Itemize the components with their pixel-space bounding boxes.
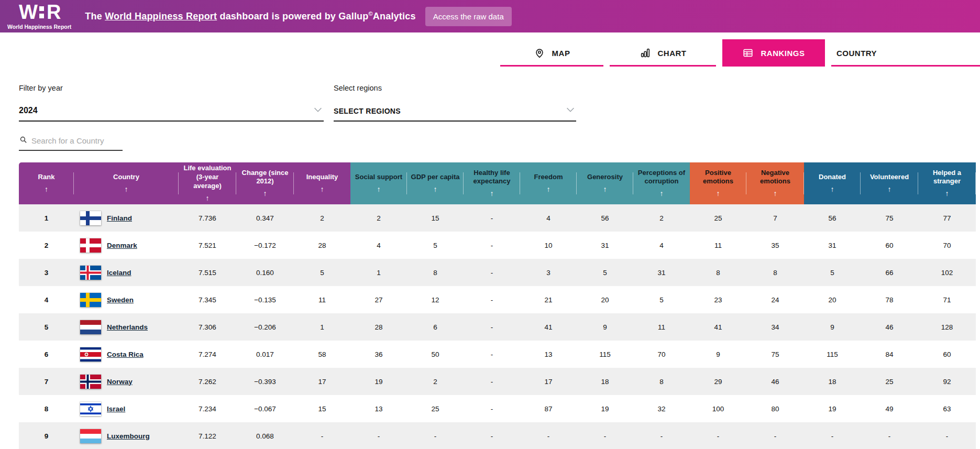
sort-arrow-up-icon: ↑ (297, 184, 347, 194)
nav-tabs: MAPCHARTRANKINGSCOUNTRY (0, 39, 980, 67)
value-cell: 7.736 (179, 204, 236, 232)
value-cell: 1 (350, 259, 407, 286)
country-link[interactable]: Sweden (107, 296, 134, 304)
tab-country[interactable]: COUNTRY (831, 39, 980, 67)
value-cell: 2 (407, 368, 464, 395)
value-cell: 66 (861, 259, 918, 286)
col-header-rank[interactable]: Rank↑ (19, 162, 74, 204)
country-cell: Sweden (74, 286, 179, 313)
value-cell: 11 (633, 313, 690, 341)
value-cell: 19 (804, 395, 861, 422)
value-cell: 12 (407, 286, 464, 313)
value-cell: 10 (520, 232, 577, 259)
col-header-freedom[interactable]: Freedom↑ (520, 162, 577, 204)
rank-cell: 9 (19, 422, 74, 449)
value-cell: - (804, 422, 861, 449)
rank-cell: 5 (19, 313, 74, 341)
col-header-label: GDP per capita (411, 173, 460, 181)
col-header-change-since-2012[interactable]: Change (since 2012)↑ (236, 162, 294, 204)
tab-rankings[interactable]: RANKINGS (722, 39, 825, 67)
sort-arrow-up-icon: ↑ (580, 184, 630, 194)
col-header-perceptions-of-corruption[interactable]: Perceptions of corruption↑ (633, 162, 690, 204)
value-cell: 13 (520, 341, 577, 368)
tab-label: COUNTRY (836, 49, 877, 58)
sort-arrow-up-icon: ↑ (410, 184, 460, 194)
sort-arrow-up-icon: ↑ (22, 184, 71, 194)
value-cell: 46 (861, 313, 918, 341)
col-header-life-evaluation-3-year-average[interactable]: Life evaluation (3-year average)↑ (179, 162, 236, 204)
year-dropdown[interactable]: 2024 (19, 104, 324, 122)
tab-chart[interactable]: CHART (610, 39, 716, 67)
chevron-down-icon (312, 104, 324, 115)
country-flag (80, 402, 101, 416)
value-cell: 29 (690, 368, 746, 395)
value-cell: 23 (690, 286, 746, 313)
logo-subtitle: World Happiness Report (7, 24, 71, 30)
country-cell: Costa Rica (74, 341, 179, 368)
tab-map[interactable]: MAP (500, 39, 603, 67)
col-header-country[interactable]: Country↑ (74, 162, 179, 204)
regions-dropdown[interactable]: SELECT REGIONS (334, 104, 576, 122)
value-cell: 7.345 (179, 286, 236, 313)
country-link[interactable]: Iceland (107, 269, 131, 277)
col-header-gdp-per-capita[interactable]: GDP per capita↑ (407, 162, 464, 204)
value-cell: 7.262 (179, 368, 236, 395)
country-cell: Iceland (74, 259, 179, 286)
value-cell: 1 (294, 313, 350, 341)
country-search[interactable] (19, 135, 123, 151)
tab-label: RANKINGS (761, 49, 805, 58)
value-cell: 32 (633, 395, 690, 422)
table-row: 7Norway7.262−0.39317192-171882946182592 (19, 368, 976, 395)
value-cell: 18 (804, 368, 861, 395)
col-header-helped-a-stranger[interactable]: Helped a stranger↑ (918, 162, 976, 204)
value-cell: 46 (746, 368, 804, 395)
country-link[interactable]: Costa Rica (107, 351, 144, 358)
value-cell: - (577, 422, 633, 449)
value-cell: 17 (520, 368, 577, 395)
col-header-social-support[interactable]: Social support↑ (350, 162, 407, 204)
value-cell: 11 (690, 232, 746, 259)
value-cell: −0.135 (236, 286, 294, 313)
value-cell: 28 (294, 232, 350, 259)
country-cell: Israel (74, 395, 179, 422)
sort-arrow-up-icon: ↑ (467, 189, 517, 198)
col-header-donated[interactable]: Donated↑ (804, 162, 861, 204)
value-cell: 7.515 (179, 259, 236, 286)
col-header-healthy-life-expectancy[interactable]: Healthy life expectancy↑ (464, 162, 520, 204)
country-link[interactable]: Norway (107, 378, 133, 386)
value-cell: 2 (294, 204, 350, 232)
value-cell: 75 (746, 341, 804, 368)
value-cell: - (407, 422, 464, 449)
tagline-mid: dashboard is powered by Gallup (217, 11, 368, 21)
country-link[interactable]: Denmark (107, 242, 137, 249)
col-header-generosity[interactable]: Generosity↑ (577, 162, 633, 204)
country-link[interactable]: Netherlands (107, 323, 148, 331)
value-cell: 75 (861, 204, 918, 232)
value-cell: 7.306 (179, 313, 236, 341)
value-cell: 0.068 (236, 422, 294, 449)
value-cell: 7.122 (179, 422, 236, 449)
access-raw-data-button[interactable]: Access the raw data (425, 7, 512, 26)
sort-arrow-up-icon: ↑ (693, 189, 743, 198)
value-cell: 5 (633, 286, 690, 313)
value-cell: 2 (633, 204, 690, 232)
world-happiness-report-link[interactable]: World Happiness Report (105, 11, 217, 21)
col-header-inequality[interactable]: Inequality↑ (294, 162, 350, 204)
country-link[interactable]: Israel (107, 405, 125, 413)
col-header-label: Change (since 2012) (242, 169, 289, 185)
value-cell: 7.274 (179, 341, 236, 368)
value-cell: 8 (746, 259, 804, 286)
col-header-volunteered[interactable]: Volunteered↑ (861, 162, 918, 204)
search-input[interactable] (31, 136, 123, 145)
value-cell: 19 (350, 368, 407, 395)
country-flag (80, 347, 101, 362)
year-dropdown-value: 2024 (19, 106, 38, 115)
col-header-negative-emotions[interactable]: Negative emotions↑ (746, 162, 804, 204)
value-cell: - (690, 422, 746, 449)
value-cell: - (294, 422, 350, 449)
country-link[interactable]: Luxembourg (107, 432, 150, 440)
country-link[interactable]: Finland (107, 214, 132, 222)
value-cell: 0.017 (236, 341, 294, 368)
value-cell: - (861, 422, 918, 449)
col-header-positive-emotions[interactable]: Positive emotions↑ (690, 162, 746, 204)
